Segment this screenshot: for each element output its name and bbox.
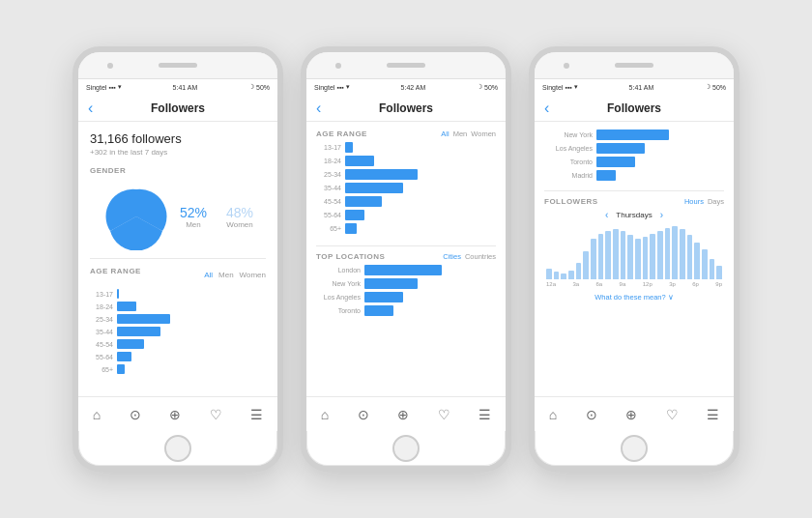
time-2: 5:42 AM <box>401 84 426 91</box>
prev-day-button[interactable]: ‹ <box>605 210 608 220</box>
gender-label: GENDER <box>90 166 266 175</box>
age-tab-women-2[interactable]: Women <box>471 130 496 138</box>
age-filter-tabs-1: All Men Women <box>204 271 266 279</box>
age-tab-women-1[interactable]: Women <box>240 271 266 279</box>
age-label: 65+ <box>90 366 113 373</box>
moon-icon-2: ☽ <box>477 83 482 91</box>
hour-bar <box>605 231 611 279</box>
bar-row: 55-64 <box>316 210 496 220</box>
profile-icon-2[interactable]: ☰ <box>478 407 491 422</box>
age-tab-men-1[interactable]: Men <box>218 271 234 279</box>
age-tab-all-1[interactable]: All <box>204 271 213 279</box>
phone-3: Singtel ▪▪▪ ▾ 5:41 AM ☽ 50% ‹ Followers … <box>529 46 740 472</box>
p2-content: AGE RANGE All Men Women 13-17 <box>306 122 506 327</box>
followers-section-label: FOLLOWERS <box>544 197 598 206</box>
loc-bars: London New York Los Angeles Toronto <box>316 265 496 316</box>
city-bars-section: New York Los Angeles Toronto Madrid <box>544 130 724 181</box>
home-icon-3[interactable]: ⌂ <box>549 407 557 422</box>
phone-2: Singtel ▪▪▪ ▾ 5:42 AM ☽ 50% ‹ Followers … <box>301 46 511 472</box>
loc-filter-tabs: Cities Countries <box>443 252 496 261</box>
gender-labels: 52% Men 48% Women <box>180 205 253 229</box>
home-button-2[interactable] <box>392 435 420 462</box>
men-label: Men <box>180 220 207 229</box>
city-bar <box>596 143 645 154</box>
hour-label: 6p <box>692 281 699 287</box>
bar-label: 35-44 <box>316 185 341 191</box>
age-bar <box>117 314 170 324</box>
nav-title-2: Followers <box>379 101 433 115</box>
hour-bar <box>694 243 700 279</box>
heart-icon-1[interactable]: ♡ <box>210 407 222 422</box>
search-icon-1[interactable]: ⊙ <box>130 407 141 422</box>
cities-tab[interactable]: Cities <box>443 252 461 261</box>
home-icon-2[interactable]: ⌂ <box>321 407 329 422</box>
search-icon-2[interactable]: ⊙ <box>358 407 369 422</box>
heart-icon-2[interactable]: ♡ <box>438 407 450 422</box>
hour-bar <box>672 226 678 279</box>
age-range-section-1: AGE RANGE All Men Women 13-17 <box>90 267 266 374</box>
hour-bar <box>561 273 566 279</box>
city-bar-row: Toronto <box>544 157 724 167</box>
hour-bar <box>680 229 685 279</box>
age-bar <box>117 339 144 349</box>
age-tab-all-2[interactable]: All <box>441 130 449 138</box>
hours-tab[interactable]: Hours <box>684 197 704 206</box>
hour-bar <box>576 263 582 279</box>
city-bar-row: New York <box>544 130 724 140</box>
bar-row: 65+ <box>316 223 496 234</box>
bar-label: 55-64 <box>316 212 341 218</box>
loc-label: Los Angeles <box>316 294 361 301</box>
search-icon-3[interactable]: ⊙ <box>586 407 597 422</box>
add-icon-2[interactable]: ⊕ <box>397 407 409 422</box>
age-range-label-1: AGE RANGE <box>90 267 141 275</box>
back-button-1[interactable]: ‹ <box>88 100 93 117</box>
hour-bar <box>621 231 626 279</box>
what-mean-link[interactable]: What do these mean? ∨ <box>544 293 724 302</box>
bar-row: 35-44 <box>316 183 496 193</box>
hour-bar <box>687 235 693 279</box>
hour-bar <box>702 249 708 279</box>
status-right-1: ☽ 50% <box>248 83 270 91</box>
men-pct: 52% <box>180 205 207 220</box>
age-bar-row: 35-44 <box>90 327 266 336</box>
camera-dot-2 <box>335 63 341 69</box>
add-icon-1[interactable]: ⊕ <box>169 407 181 422</box>
gender-section: 52% Men 48% Women <box>90 183 266 250</box>
signal-icon-3: ▪▪▪ <box>565 84 571 91</box>
home-icon-1[interactable]: ⌂ <box>93 407 101 422</box>
profile-icon-1[interactable]: ☰ <box>250 407 263 422</box>
speaker-3 <box>615 63 653 68</box>
city-label: New York <box>544 131 593 138</box>
hour-bar <box>591 239 596 279</box>
hour-bar <box>613 229 619 279</box>
status-bar-1: Singtel ▪▪▪ ▾ 5:41 AM ☽ 50% <box>78 79 277 95</box>
back-button-2[interactable]: ‹ <box>316 100 321 117</box>
countries-tab[interactable]: Countries <box>465 252 496 261</box>
age-range-section-2: AGE RANGE All Men Women 13-17 <box>316 130 496 234</box>
loc-bar-row: New York <box>316 278 496 289</box>
home-button-1[interactable] <box>164 435 191 462</box>
city-bar-row: Los Angeles <box>544 143 724 154</box>
add-icon-3[interactable]: ⊕ <box>625 407 637 422</box>
home-button-3[interactable] <box>621 435 648 462</box>
hour-bar <box>583 251 589 279</box>
hour-bar <box>546 269 552 279</box>
city-bar-row: Madrid <box>544 170 724 181</box>
back-button-3[interactable]: ‹ <box>544 100 549 117</box>
heart-icon-3[interactable]: ♡ <box>666 407 679 422</box>
women-pct: 48% <box>226 205 253 220</box>
age-bar-row: 65+ <box>90 364 266 374</box>
hour-label: 6a <box>596 281 603 287</box>
divider-1 <box>90 258 266 259</box>
next-day-button[interactable]: › <box>660 210 663 220</box>
nav-bar-2: ‹ Followers <box>306 95 506 122</box>
screen-content-3: New York Los Angeles Toronto Madrid <box>535 122 734 396</box>
wifi-icon-1: ▾ <box>118 83 122 91</box>
days-tab[interactable]: Days <box>708 197 724 206</box>
age-tab-men-2[interactable]: Men <box>453 130 468 138</box>
hour-label: 9p <box>715 281 722 287</box>
age-label: 13-17 <box>90 291 113 298</box>
profile-icon-3[interactable]: ☰ <box>707 407 719 422</box>
bar-fill <box>345 210 364 220</box>
gender-labels-row: 52% Men 48% Women <box>180 205 253 229</box>
